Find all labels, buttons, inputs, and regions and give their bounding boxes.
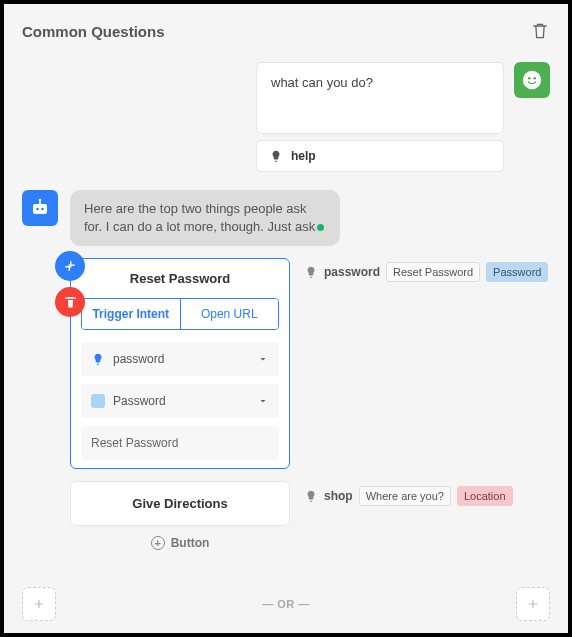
bot-avatar <box>22 190 58 226</box>
delete-flow-button[interactable] <box>530 20 550 42</box>
training-phrase-tag[interactable]: Reset Password <box>386 262 480 282</box>
add-button-action[interactable]: + Button <box>70 536 290 550</box>
user-face-icon <box>521 69 543 91</box>
user-avatar <box>514 62 550 98</box>
user-message-input[interactable]: what can you do? <box>256 62 504 134</box>
bot-message-text: Here are the top two things people ask f… <box>84 201 315 234</box>
entity-tag[interactable]: Password <box>486 262 548 282</box>
side-column: password Reset Password Password shop Wh… <box>304 258 550 506</box>
intent-hint-row: help <box>22 140 550 172</box>
trigger-intent-tab[interactable]: Trigger Intent <box>82 299 180 329</box>
open-url-tab[interactable]: Open URL <box>180 299 279 329</box>
side-tags-row-1: password Reset Password Password <box>304 258 550 282</box>
svg-point-0 <box>523 71 541 89</box>
user-message-row: what can you do? <box>22 62 550 134</box>
action-type-segmented: Trigger Intent Open URL <box>81 298 279 330</box>
intent-hint-label: help <box>291 149 316 163</box>
svg-point-2 <box>533 77 536 80</box>
intent-hint[interactable]: help <box>256 140 504 172</box>
value-input[interactable]: Reset Password <box>81 426 279 460</box>
arrows-icon <box>62 258 78 274</box>
svg-point-4 <box>36 208 39 211</box>
robot-icon <box>28 196 52 220</box>
footer: — OR — <box>22 587 550 621</box>
or-divider: — OR — <box>262 598 310 610</box>
svg-point-6 <box>39 199 42 202</box>
side-tags-row-2: shop Where are you? Location <box>304 482 550 506</box>
header: Common Questions <box>22 20 550 42</box>
add-left-button[interactable] <box>22 587 56 621</box>
svg-rect-3 <box>33 204 47 214</box>
bulb-icon <box>304 489 318 503</box>
plus-icon <box>526 597 540 611</box>
bulb-icon <box>91 352 105 366</box>
button-card-expanded[interactable]: Reset Password Trigger Intent Open URL p… <box>70 258 290 469</box>
side-intent-label: password <box>324 265 380 279</box>
bot-message-row: Here are the top two things people ask f… <box>22 190 550 246</box>
cards-area: Reset Password Trigger Intent Open URL p… <box>70 258 550 550</box>
chevron-down-icon <box>257 353 269 365</box>
bot-message-input[interactable]: Here are the top two things people ask f… <box>70 190 340 246</box>
entity-chip-icon <box>91 394 105 408</box>
intent-select[interactable]: password <box>81 342 279 376</box>
plus-circle-icon: + <box>151 536 165 550</box>
button-card-collapsed[interactable]: Give Directions <box>70 481 290 526</box>
add-button-label: Button <box>171 536 210 550</box>
add-right-button[interactable] <box>516 587 550 621</box>
page-title: Common Questions <box>22 23 165 40</box>
intent-select-value: password <box>113 352 164 366</box>
trash-icon <box>530 20 550 42</box>
entity-select-value: Password <box>113 394 166 408</box>
entity-select[interactable]: Password <box>81 384 279 418</box>
cursor-dot-icon <box>317 224 324 231</box>
svg-point-5 <box>41 208 44 211</box>
svg-point-1 <box>528 77 531 80</box>
flow-canvas: Common Questions what can you do? help H… <box>4 4 568 633</box>
side-intent-label: shop <box>324 489 353 503</box>
trash-icon <box>63 295 78 310</box>
chevron-down-icon <box>257 395 269 407</box>
card-title: Reset Password <box>81 271 279 286</box>
bulb-icon <box>269 149 283 163</box>
plus-icon <box>32 597 46 611</box>
card-column: Reset Password Trigger Intent Open URL p… <box>70 258 290 550</box>
bulb-icon <box>304 265 318 279</box>
training-phrase-tag[interactable]: Where are you? <box>359 486 451 506</box>
entity-tag[interactable]: Location <box>457 486 513 506</box>
